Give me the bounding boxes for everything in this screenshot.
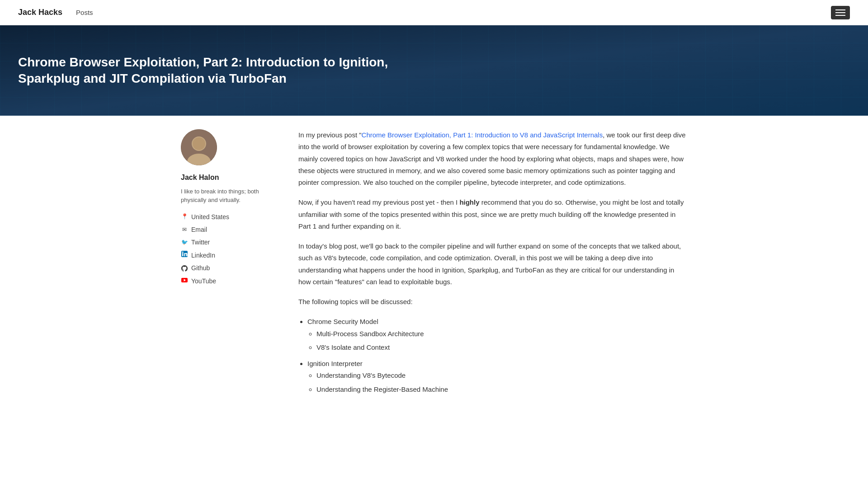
github-svg [181, 265, 188, 272]
linkedin-svg [181, 251, 188, 257]
site-title[interactable]: Jack Hacks [18, 6, 62, 19]
main-layout: Jack Halon I like to break into things; … [163, 116, 705, 413]
topics-list: Chrome Security Model Multi-Process Sand… [307, 316, 687, 395]
article-content: In my previous post "Chrome Browser Expl… [298, 129, 687, 400]
linkedin-link[interactable]: LinkedIn [191, 250, 215, 260]
twitter-icon [181, 238, 188, 247]
hero-section: Chrome Browser Exploitation, Part 2: Int… [0, 25, 868, 116]
paragraph-intro: In my previous post "Chrome Browser Expl… [298, 129, 687, 188]
github-link[interactable]: Github [191, 263, 210, 273]
youtube-icon [181, 276, 188, 286]
sidebar: Jack Halon I like to break into things; … [181, 129, 280, 400]
topic-ignition: Ignition Interpreter [307, 360, 363, 367]
bold-highly: highly [459, 198, 479, 206]
topic-chrome-security: Chrome Security Model [307, 318, 378, 325]
menu-bar-2 [835, 12, 845, 13]
author-bio: I like to break into things; both physic… [181, 187, 280, 205]
list-item-chrome-security: Chrome Security Model Multi-Process Sand… [307, 316, 687, 353]
sidebar-email[interactable]: Email [181, 225, 280, 235]
list-item-sandbox: Multi-Process Sandbox Architecture [316, 328, 687, 340]
list-item-isolate: V8's Isolate and Context [316, 342, 687, 353]
nav-posts[interactable]: Posts [76, 9, 93, 16]
sidebar-info-list: United States Email Twitter [181, 212, 280, 286]
avatar-image [181, 129, 217, 165]
sidebar-youtube[interactable]: YouTube [181, 276, 280, 286]
author-name: Jack Halon [181, 172, 280, 183]
email-link[interactable]: Email [191, 225, 207, 235]
email-icon [181, 225, 188, 235]
location-icon [181, 212, 188, 221]
twitter-link[interactable]: Twitter [191, 237, 210, 247]
svg-point-6 [182, 251, 184, 253]
menu-bar-1 [835, 9, 845, 10]
paragraph1-text: , we took our first deep dive into the w… [298, 131, 686, 186]
svg-rect-5 [182, 253, 184, 256]
youtube-svg [181, 278, 188, 282]
sidebar-location: United States [181, 212, 280, 222]
location-label: United States [191, 212, 229, 222]
linkedin-icon [181, 251, 188, 260]
header-nav: Posts [76, 7, 93, 19]
paragraph-recommendation: Now, if you haven't read my previous pos… [298, 197, 687, 232]
list-item-ignition: Ignition Interpreter Understanding V8's … [307, 358, 687, 395]
github-icon [181, 263, 188, 273]
topics-sublist-1: Multi-Process Sandbox Architecture V8's … [316, 328, 687, 354]
intro-link[interactable]: Chrome Browser Exploitation, Part 1: Int… [362, 131, 603, 139]
sidebar-twitter[interactable]: Twitter [181, 237, 280, 247]
sidebar-linkedin[interactable]: LinkedIn [181, 250, 280, 260]
hero-title: Chrome Browser Exploitation, Part 2: Int… [18, 54, 425, 87]
sidebar-github[interactable]: Github [181, 263, 280, 273]
header: Jack Hacks Posts [0, 0, 868, 25]
youtube-link[interactable]: YouTube [191, 276, 216, 286]
svg-point-3 [193, 137, 205, 150]
menu-button[interactable] [831, 6, 850, 19]
menu-bar-3 [835, 15, 845, 16]
list-item-register: Understanding the Register-Based Machine [316, 384, 687, 395]
avatar [181, 129, 217, 165]
topics-intro: The following topics will be discussed: [298, 296, 687, 308]
list-item-bytecode: Understanding V8's Bytecode [316, 370, 687, 381]
avatar-svg [181, 129, 217, 165]
paragraph-today: In today's blog post, we'll go back to t… [298, 240, 687, 288]
topics-sublist-2: Understanding V8's Bytecode Understandin… [316, 370, 687, 395]
